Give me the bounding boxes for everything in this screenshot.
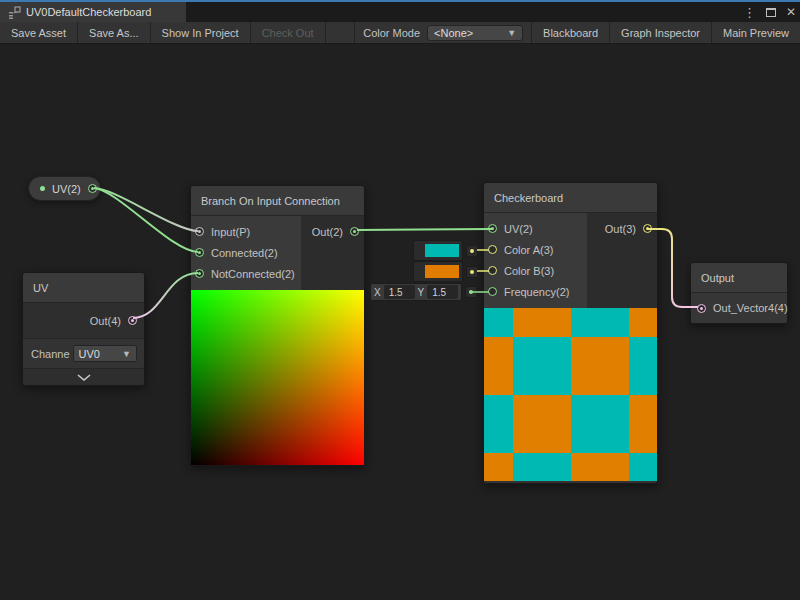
chevron-down-icon: ▼ <box>507 28 516 38</box>
blackboard-toggle[interactable]: Blackboard <box>531 22 610 43</box>
port-input-p[interactable] <box>195 227 204 236</box>
uv-channel-row: Channe UV0 ▼ <box>23 339 144 369</box>
node-branch-on-input-connection[interactable]: Branch On Input Connection Input(P) Conn… <box>190 185 365 466</box>
checker-cell <box>484 337 513 395</box>
color-mode-label: Color Mode <box>363 27 420 39</box>
color-a-field[interactable] <box>413 240 463 261</box>
port-notconnected[interactable] <box>195 269 204 278</box>
color-b-label: Color B(3) <box>504 265 554 277</box>
port-uv-out4[interactable] <box>128 316 137 325</box>
channel-label: Channe <box>31 348 70 360</box>
port-connected[interactable] <box>195 248 204 257</box>
checker-cell <box>629 308 657 337</box>
checkerboard-preview <box>484 308 657 483</box>
graph-inspector-toggle[interactable]: Graph Inspector <box>610 22 712 43</box>
close-icon[interactable]: ✕ <box>786 6 796 18</box>
pill-label: UV(2) <box>52 183 81 195</box>
frequency-y-input[interactable]: 1.5 <box>427 285 458 299</box>
frequency-widget: X 1.5 Y 1.5 <box>370 283 477 301</box>
channel-dropdown[interactable]: UV0 ▼ <box>73 345 137 362</box>
port-row-notconnected: NotConnected(2) <box>195 263 301 284</box>
port-row-input-p: Input(P) <box>195 221 301 242</box>
uv-out-label: Out(4) <box>90 315 121 327</box>
branch-node-body: Input(P) Connected(2) NotConnected(2) Ou… <box>191 216 364 290</box>
checker-cell <box>571 453 629 481</box>
port-row-out2: Out(2) <box>312 221 359 242</box>
shader-graph-icon <box>8 6 21 19</box>
maximize-icon[interactable] <box>766 8 776 17</box>
frequency-x-label: X <box>374 287 381 298</box>
out-vector4-label: Out_Vector4(4) <box>713 302 788 314</box>
node-output[interactable]: Output Out_Vector4(4) <box>690 262 788 324</box>
branch-outputs: Out(2) <box>301 216 364 290</box>
checker-cell <box>571 308 629 337</box>
color-mode-value: <None> <box>434 27 473 39</box>
frequency-x-input[interactable]: 1.5 <box>384 285 415 299</box>
checker-cell <box>571 337 629 395</box>
channel-value: UV0 <box>79 348 100 360</box>
checker-cell <box>513 337 571 395</box>
color-a-widget <box>413 240 478 261</box>
toolbar-spacer <box>326 22 355 43</box>
output-node-title[interactable]: Output <box>691 263 787 293</box>
wire-uv2-to-input[interactable] <box>94 188 198 231</box>
save-asset-button[interactable]: Save Asset <box>0 22 78 43</box>
port-uv2-pill-out[interactable] <box>88 184 97 193</box>
main-preview-toggle[interactable]: Main Preview <box>712 22 800 43</box>
save-as-button[interactable]: Save As... <box>78 22 151 43</box>
uv-out-row: Out(4) <box>23 303 144 339</box>
checker-cell <box>629 395 657 453</box>
port-out3[interactable] <box>643 224 652 233</box>
port-checker-uv2[interactable] <box>488 224 497 233</box>
tab-uv0defaultcheckerboard[interactable]: UV0DefaultCheckerboard <box>0 2 186 22</box>
out3-label: Out(3) <box>605 223 636 235</box>
wire-uv2-to-connected[interactable] <box>94 188 198 252</box>
color-b-field[interactable] <box>413 261 463 282</box>
uv-node-title[interactable]: UV <box>23 273 144 303</box>
port-row-color-a: Color A(3) <box>488 239 587 260</box>
kebab-menu-icon[interactable]: ⋮ <box>743 6 756 19</box>
node-uv2-pill[interactable]: UV(2) <box>28 176 101 201</box>
chevron-down-icon <box>77 374 91 381</box>
node-uv[interactable]: UV Out(4) Channe UV0 ▼ <box>22 272 145 386</box>
port-row-color-b: Color B(3) <box>488 260 587 281</box>
checker-cell <box>629 337 657 395</box>
checkerboard-node-title[interactable]: Checkerboard <box>484 183 657 213</box>
window-accent-line <box>0 0 800 2</box>
uv-collapse-button[interactable] <box>23 369 144 385</box>
port-out-vector4[interactable] <box>697 304 706 313</box>
checkerboard-outputs: Out(3) <box>587 213 657 308</box>
port-color-b[interactable] <box>488 266 497 275</box>
port-row-out3: Out(3) <box>605 218 652 239</box>
color-mode-dropdown[interactable]: <None> ▼ <box>427 25 523 41</box>
node-checkerboard[interactable]: Checkerboard UV(2) Color A(3) Color B(3) <box>483 182 658 484</box>
port-row-frequency: Frequency(2) <box>488 281 587 302</box>
checker-cell <box>571 395 629 453</box>
check-out-button: Check Out <box>251 22 326 43</box>
frequency-fields: X 1.5 Y 1.5 <box>370 283 462 301</box>
color-b-connector <box>466 266 478 278</box>
input-p-label: Input(P) <box>211 226 250 238</box>
checker-cell <box>629 453 657 481</box>
out2-label: Out(2) <box>312 226 343 238</box>
window-controls: ⋮ ✕ <box>743 2 796 22</box>
port-out2[interactable] <box>350 227 359 236</box>
checker-cell <box>513 395 571 453</box>
wire-out2-to-uv2[interactable] <box>357 229 492 230</box>
port-color-a[interactable] <box>488 245 497 254</box>
graph-canvas[interactable]: UV(2) UV Out(4) Channe UV0 ▼ <box>0 44 800 600</box>
port-row-connected: Connected(2) <box>195 242 301 263</box>
show-in-project-button[interactable]: Show In Project <box>151 22 251 43</box>
branch-node-title[interactable]: Branch On Input Connection <box>191 186 364 216</box>
color-b-widget <box>413 261 478 282</box>
port-frequency[interactable] <box>488 287 497 296</box>
connected-label: Connected(2) <box>211 247 278 259</box>
color-a-label: Color A(3) <box>504 244 554 256</box>
shader-graph-window: UV0DefaultCheckerboard ⋮ ✕ Save Asset Sa… <box>0 0 800 600</box>
color-mode-group: Color Mode <None> ▼ <box>354 22 531 43</box>
checker-cell <box>513 308 571 337</box>
tab-title: UV0DefaultCheckerboard <box>26 6 151 18</box>
vector2-type-dot <box>40 186 45 191</box>
checkerboard-inputs: UV(2) Color A(3) Color B(3) Frequency(2) <box>484 213 587 308</box>
color-a-connector <box>466 245 478 257</box>
